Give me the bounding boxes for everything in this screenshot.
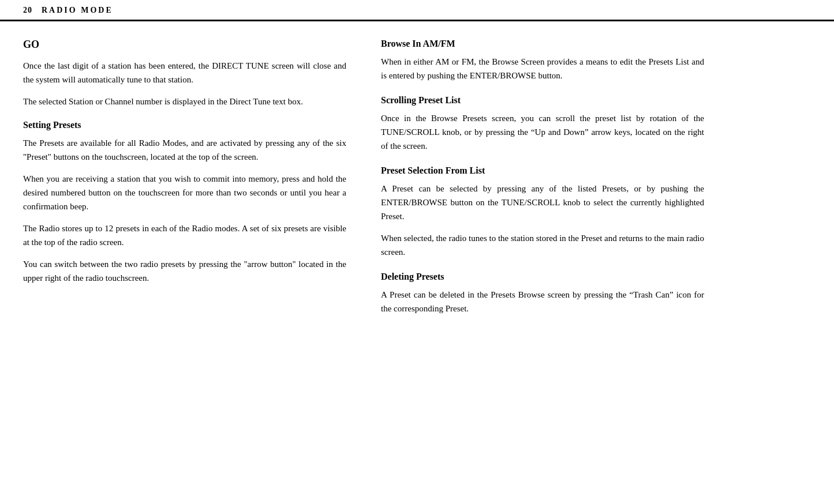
page-number: 20 <box>23 6 32 15</box>
setting-presets-paragraph-4: You can switch between the two radio pre… <box>23 257 346 285</box>
setting-presets-paragraph-3: The Radio stores up to 12 presets in eac… <box>23 221 346 249</box>
deleting-heading: Deleting Presets <box>381 272 704 282</box>
scrolling-heading: Scrolling Preset List <box>381 95 704 106</box>
go-heading: GO <box>23 39 346 51</box>
setting-presets-paragraph-1: The Presets are available for all Radio … <box>23 136 346 164</box>
go-paragraph-2: The selected Station or Channel number i… <box>23 95 346 108</box>
right-column: Browse In AM/FM When in either AM or FM,… <box>381 39 704 315</box>
setting-presets-heading: Setting Presets <box>23 120 346 130</box>
scrolling-paragraph: Once in the Browse Presets screen, you c… <box>381 111 704 153</box>
preset-selection-heading: Preset Selection From List <box>381 166 704 176</box>
go-paragraph-1: Once the last digit of a station has bee… <box>23 59 346 86</box>
setting-presets-paragraph-2: When you are receiving a station that yo… <box>23 172 346 213</box>
browse-paragraph: When in either AM or FM, the Browse Scre… <box>381 55 704 82</box>
preset-selection-paragraph-1: A Preset can be selected by pressing any… <box>381 182 704 223</box>
preset-selection-paragraph-2: When selected, the radio tunes to the st… <box>381 231 704 259</box>
page-container: 20 RADIO MODE GO Once the last digit of … <box>0 0 834 504</box>
content-area: GO Once the last digit of a station has … <box>0 21 834 333</box>
left-column: GO Once the last digit of a station has … <box>23 39 346 315</box>
browse-heading: Browse In AM/FM <box>381 39 704 49</box>
header-title: RADIO MODE <box>42 6 113 15</box>
deleting-paragraph: A Preset can be deleted in the Presets B… <box>381 288 704 315</box>
header-bar: 20 RADIO MODE <box>0 0 834 21</box>
